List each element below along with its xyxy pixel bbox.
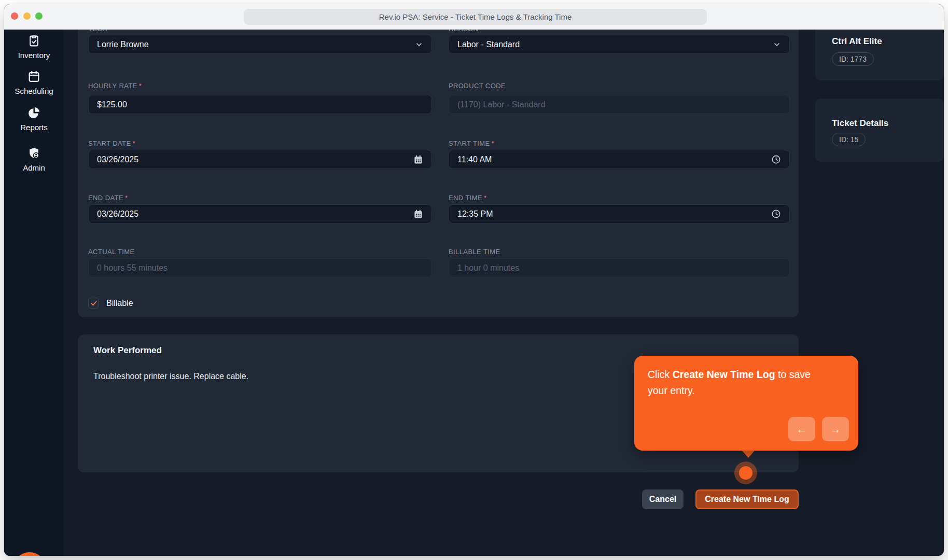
billable-time-label: BILLABLE TIME — [449, 248, 500, 256]
billable-checkbox-row[interactable]: Billable — [88, 298, 133, 309]
tour-tooltip-text: Click Create New Time Log to save your e… — [648, 367, 829, 399]
product-code-label: PRODUCT CODE — [449, 82, 506, 90]
hourly-rate-input[interactable]: $125.00 — [88, 95, 432, 114]
address-bar[interactable]: Rev.io PSA: Service - Ticket Time Logs &… — [244, 9, 707, 25]
chevron-down-icon — [415, 40, 423, 49]
actual-time-label: ACTUAL TIME — [88, 248, 135, 256]
checkbox-checked-icon[interactable] — [88, 298, 99, 309]
tour-tooltip: Click Create New Time Log to save your e… — [634, 356, 858, 451]
calendar-icon[interactable] — [413, 155, 423, 164]
work-performed-title: Work Performed — [93, 345, 162, 356]
start-time-input[interactable]: 11:40 AM — [449, 150, 790, 169]
actual-time-input: 0 hours 55 minutes — [88, 258, 432, 277]
tour-beacon-core — [739, 466, 752, 480]
clock-icon[interactable] — [771, 209, 781, 219]
clock-icon[interactable] — [771, 155, 781, 164]
ticket-details-card: Ticket Details ID: 15 — [815, 99, 944, 162]
work-performed-text[interactable]: Troubleshoot printer issue. Replace cabl… — [93, 372, 248, 381]
calendar-icon — [27, 70, 40, 83]
account-id-badge: ID: 1773 — [832, 52, 874, 66]
tour-beacon[interactable] — [734, 461, 757, 484]
end-date-label: END DATE* — [88, 194, 128, 202]
user-shield-icon — [27, 147, 40, 160]
window-title: Rev.io PSA: Service - Ticket Time Logs &… — [379, 12, 572, 21]
app-window: TECH* Lorrie Browne REASON* Labor - Stan… — [4, 4, 944, 556]
sidebar-item-admin[interactable]: Admin — [4, 147, 64, 172]
clipboard-check-icon — [27, 34, 40, 47]
sidebar-item-reports[interactable]: Reports — [4, 106, 64, 132]
window-titlebar: Rev.io PSA: Service - Ticket Time Logs &… — [4, 4, 944, 30]
start-date-input[interactable]: 03/26/2025 — [88, 150, 432, 169]
sidebar-item-inventory[interactable]: Inventory — [4, 34, 64, 60]
ticket-details-title: Ticket Details — [832, 118, 888, 129]
hourly-rate-label: HOURLY RATE* — [88, 82, 142, 90]
tech-select[interactable]: Lorrie Browne — [88, 35, 432, 54]
cancel-button[interactable]: Cancel — [642, 489, 684, 509]
sidebar-item-scheduling[interactable]: Scheduling — [4, 70, 64, 95]
chevron-down-icon — [773, 40, 781, 49]
pie-chart-icon — [27, 106, 40, 119]
end-time-input[interactable]: 12:35 PM — [449, 204, 790, 223]
tour-back-button[interactable]: ← — [788, 417, 815, 441]
product-code-input: (1170) Labor - Standard — [449, 95, 790, 114]
arrow-left-icon: ← — [797, 423, 807, 436]
help-button[interactable]: ? — [13, 552, 46, 556]
account-name: Ctrl Alt Elite — [832, 36, 882, 47]
left-sidebar: Inventory Scheduling Reports Admin ? — [4, 30, 64, 556]
ticket-id-badge: ID: 15 — [832, 133, 866, 146]
start-time-label: START TIME* — [449, 139, 494, 147]
close-window-button[interactable] — [11, 12, 18, 20]
start-date-label: START DATE* — [88, 139, 135, 147]
calendar-icon[interactable] — [413, 209, 423, 219]
reason-select[interactable]: Labor - Standard — [449, 35, 790, 54]
billable-checkbox-label: Billable — [106, 299, 133, 308]
tour-next-button[interactable]: → — [822, 417, 849, 441]
billable-time-input: 1 hour 0 minutes — [449, 258, 790, 277]
time-log-form-card: TECH* Lorrie Browne REASON* Labor - Stan… — [78, 16, 799, 317]
tooltip-caret — [741, 450, 756, 458]
arrow-right-icon: → — [830, 423, 841, 436]
end-date-input[interactable]: 03/26/2025 — [88, 204, 432, 223]
minimize-window-button[interactable] — [23, 12, 31, 20]
create-new-time-log-button[interactable]: Create New Time Log — [695, 489, 799, 509]
zoom-window-button[interactable] — [35, 12, 43, 20]
end-time-label: END TIME* — [449, 194, 487, 202]
